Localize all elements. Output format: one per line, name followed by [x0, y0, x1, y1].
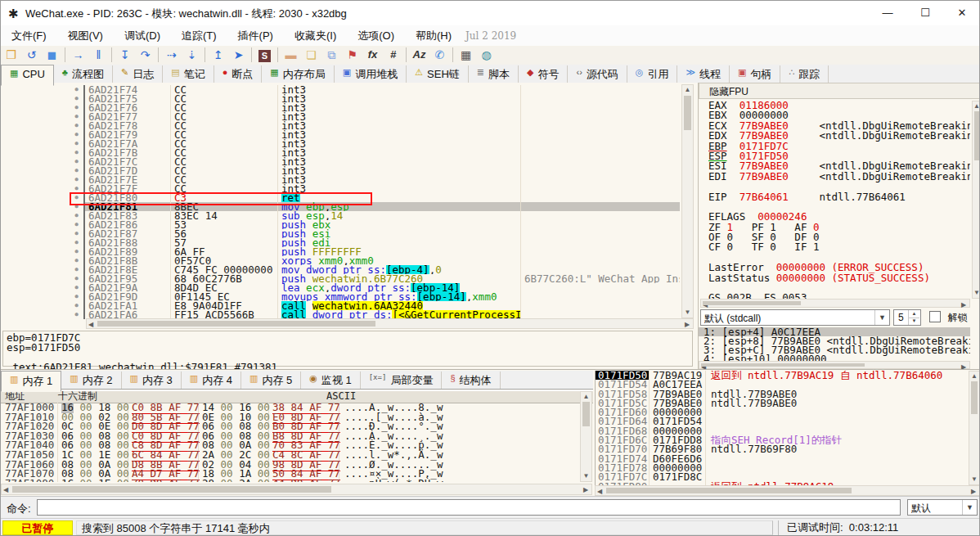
terminate-button[interactable]: ◼	[42, 46, 62, 64]
scrollbar-thumb[interactable]	[582, 402, 590, 426]
assemble-button[interactable]: Az	[409, 46, 429, 64]
command-profile-select[interactable]: 默认 ▼	[907, 499, 978, 516]
trace-into-button[interactable]: ⇣	[182, 46, 202, 64]
disassembly-view[interactable]: ●6AD21F74CCint3●6AD21F75CCint3●6AD21F76C…	[1, 83, 695, 369]
stack-row[interactable]: 0171FD54A0C17EEA	[596, 380, 969, 389]
disasm-row[interactable]: ●6AD21F8383EC 14sub esp,14	[70, 211, 680, 220]
tab-locals[interactable]: [x=]局部变量	[361, 372, 443, 389]
scroll-left-icon[interactable]: ◀	[3, 485, 8, 494]
tab-seh[interactable]: ⚠SEH链	[407, 65, 469, 83]
disasm-row[interactable]: ●6AD21F7ECCint3	[70, 175, 680, 184]
functions-button[interactable]: fx	[362, 46, 383, 64]
scroll-up-icon[interactable]: ▲	[581, 393, 591, 400]
device-button[interactable]: ✆	[429, 46, 450, 64]
tab-source[interactable]: ‹›源代码	[568, 65, 627, 83]
breakpoint-dot[interactable]: ●	[70, 157, 85, 166]
tab-references[interactable]: ◎引用	[627, 65, 678, 83]
disasm-row[interactable]: ●6AD21F78CCint3	[70, 121, 680, 130]
disasm-row[interactable]: ●6AD21F9568 60C2776Bpush wechatwin.6B77C…	[70, 274, 680, 283]
stack-hscrollbar[interactable]: ◀▶	[595, 485, 980, 496]
stack-row[interactable]: 0171FD5C77B9ABE0ntdll.77B9ABE0	[596, 399, 969, 408]
tab-notes[interactable]: ▤笔记	[163, 65, 214, 83]
disasm-row[interactable]: ●6AD21FA1E8 9A04D1FFcall wechatwin.6AA32…	[70, 301, 680, 310]
disasm-row[interactable]: ●6AD21F8653push ebx	[70, 220, 680, 229]
menu-item[interactable]: 收藏夹(I)	[284, 25, 347, 46]
close-button[interactable]: ✕	[943, 1, 980, 25]
argument-count-stepper[interactable]: 5 ▲ ▼	[893, 309, 921, 326]
globe-button[interactable]: ◍	[476, 46, 497, 64]
breakpoint-dot[interactable]: ●	[70, 283, 85, 292]
breakpoint-dot[interactable]: ●	[70, 229, 85, 238]
scrollbar-thumb[interactable]	[974, 111, 979, 160]
menu-item[interactable]: 调试(D)	[114, 25, 171, 46]
dump-row[interactable]: 77AF10801C 00 1E 0070 D9 AF 7728 00 2A 0…	[1, 479, 578, 482]
call-arguments-list[interactable]: 1: [esp+4] A0C17EEA2: [esp+8] 77B9ABE0 <…	[699, 327, 970, 363]
bookmarks-button[interactable]: ⚑	[342, 46, 362, 64]
breakpoint-dot[interactable]: ●	[70, 130, 85, 139]
scrollbar-thumb[interactable]	[97, 321, 375, 327]
stack-row[interactable]: 0171FD7800000000	[596, 463, 969, 472]
disasm-row[interactable]: ●6AD21F75CCint3	[70, 94, 680, 103]
scrollbar-thumb[interactable]	[701, 363, 865, 367]
register-line[interactable]: LastStatus 00000000 (STATUS_SUCCESS)	[699, 273, 970, 283]
tab-breakpoints[interactable]: ●断点	[214, 65, 263, 83]
register-line[interactable]: EIP 77B64061 ntdll.77B64061	[699, 192, 970, 202]
stack-row[interactable]: 0171FD6000000000	[596, 408, 969, 417]
breakpoint-dot[interactable]: ●	[70, 103, 85, 112]
run-to-user-code-button[interactable]: ➤	[228, 46, 249, 64]
step-into-button[interactable]: ↧	[115, 46, 135, 64]
disasm-row[interactable]: ●6AD21F9A8D4D EClea ecx,dword ptr ss:[eb…	[70, 283, 680, 292]
stack-row[interactable]: 0171FD74D60FE6D6	[596, 454, 969, 463]
scroll-left-icon[interactable]: ◀	[88, 320, 93, 329]
breakpoint-dot[interactable]: ●	[70, 202, 85, 211]
registers-list[interactable]: EAX 01186000EBX 00000000ECX 77B9ABE0 <nt…	[699, 101, 970, 305]
scrollbar-thumb[interactable]	[606, 488, 852, 493]
open-file-button[interactable]: ❒	[1, 46, 21, 64]
breakpoint-dot[interactable]: ●	[70, 193, 85, 202]
breakpoint-dot[interactable]: ●	[70, 184, 85, 193]
minimize-button[interactable]: —	[870, 1, 906, 25]
scroll-down-icon[interactable]: ▼	[973, 289, 980, 296]
stack-row[interactable]: 0171FD6800000000	[596, 426, 969, 435]
arguments-hscrollbar[interactable]: ◀▶	[699, 361, 970, 369]
tab-cpu[interactable]: ▦CPU	[1, 65, 54, 86]
menu-item[interactable]: 追踪(T)	[171, 25, 227, 46]
tab-struct[interactable]: §结构体	[442, 372, 500, 389]
tab-symbols[interactable]: ◆符号	[519, 65, 568, 83]
disasm-row[interactable]: ●6AD21F80C3ret	[70, 193, 680, 202]
tab-dump-4[interactable]: ▥内存 4	[182, 372, 241, 389]
scylla-button[interactable]: S	[254, 46, 275, 64]
pause-button[interactable]: ‖	[88, 46, 109, 64]
disasm-row[interactable]: ●6AD21F896A FFpush FFFFFFFF	[70, 247, 680, 256]
registers-vscrollbar[interactable]: ▲▼	[972, 101, 980, 299]
tab-watch-1[interactable]: ◉监视 1	[301, 372, 360, 389]
restart-button[interactable]: ↺	[21, 46, 42, 64]
breakpoint-dot[interactable]: ●	[70, 139, 85, 148]
breakpoint-dot[interactable]: ●	[70, 211, 85, 220]
tab-dump-3[interactable]: ▥内存 3	[122, 372, 182, 389]
scroll-right-icon[interactable]: ▶	[685, 320, 690, 329]
memory-dump-view[interactable]: 77AF100016 00 18 00C0 8B AF 7714 00 16 0…	[1, 403, 578, 482]
chevron-down-icon[interactable]: ▼	[962, 500, 977, 515]
calling-convention-select[interactable]: 默认 (stdcall) ▼	[700, 309, 890, 326]
tab-dump-2[interactable]: ▥内存 2	[61, 372, 121, 389]
breakpoint-dot[interactable]: ●	[70, 274, 85, 283]
scroll-right-icon[interactable]: ▶	[971, 487, 976, 496]
labels-button[interactable]: ⧉	[321, 46, 342, 64]
patches-button[interactable]: ▬	[281, 46, 301, 64]
disassembly-vscrollbar[interactable]: ▲▼	[681, 84, 694, 318]
menu-item[interactable]: 帮助(H)	[405, 25, 462, 46]
chevron-down-icon[interactable]: ▼	[874, 310, 889, 325]
scroll-down-icon[interactable]: ▼	[969, 475, 979, 483]
breakpoint-dot[interactable]: ●	[70, 220, 85, 229]
disasm-row[interactable]: ●6AD21F8756push esi	[70, 229, 680, 238]
stack-row[interactable]: 0171FD640171FD54	[596, 417, 969, 426]
stack-row[interactable]: 0171FD7077B69F80ntdll.77B69F80	[596, 444, 969, 453]
disasm-row[interactable]: ●6AD21F7ACCint3	[70, 139, 680, 148]
tab-memory-map[interactable]: ▦内存布局	[262, 65, 334, 83]
maximize-button[interactable]: ☐	[907, 1, 943, 25]
breakpoint-dot[interactable]: ●	[70, 166, 85, 175]
scroll-left-icon[interactable]: ◀	[597, 487, 602, 496]
menu-item[interactable]: 文件(F)	[1, 25, 57, 46]
register-line[interactable]: CF 0 TF 0 IF 1	[699, 242, 970, 252]
